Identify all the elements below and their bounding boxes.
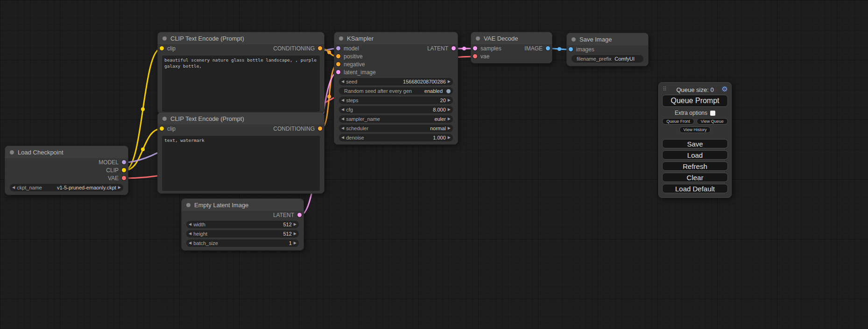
drag-handle-icon[interactable]: ⠿ — [663, 86, 667, 92]
collapse-dot-icon[interactable] — [186, 203, 191, 207]
input-slot-positive[interactable]: positive — [334, 52, 458, 60]
output-slot-conditioning[interactable]: CONDITIONING — [273, 44, 324, 52]
queue-front-button[interactable]: Queue Front — [662, 118, 694, 125]
decrement-arrow-icon[interactable]: ◀ — [12, 184, 15, 191]
clip-input-pin[interactable] — [160, 46, 164, 50]
extra-options-checkbox[interactable] — [710, 111, 715, 116]
decrement-arrow-icon[interactable]: ◀ — [341, 78, 344, 85]
increment-arrow-icon[interactable]: ▶ — [448, 125, 451, 132]
decrement-arrow-icon[interactable]: ◀ — [189, 230, 191, 238]
input-slot-images[interactable]: images — [567, 45, 648, 53]
widget-random-seed-toggle[interactable]: Random seed after every gen enabled — [339, 87, 453, 95]
latent-output-pin[interactable] — [452, 46, 456, 50]
output-slot-conditioning[interactable]: CONDITIONING — [273, 125, 324, 133]
increment-arrow-icon[interactable]: ▶ — [294, 239, 296, 247]
latent-input-pin[interactable] — [336, 70, 340, 74]
node-title-bar[interactable]: CLIP Text Encode (Prompt) — [158, 112, 324, 125]
collapse-dot-icon[interactable] — [162, 117, 167, 121]
toggle-knob[interactable] — [446, 89, 451, 93]
input-slot-vae[interactable]: vae — [471, 52, 552, 60]
output-slot-latent[interactable]: LATENT — [182, 211, 303, 219]
input-slot-clip[interactable]: clip — [158, 44, 176, 52]
widget-batch-size[interactable]: ◀ batch_size 1 ▶ — [186, 239, 299, 247]
refresh-button[interactable]: Refresh — [662, 161, 728, 171]
input-slot-latent-image[interactable]: latent_image — [334, 68, 458, 76]
model-input-pin[interactable] — [336, 46, 340, 50]
load-button[interactable]: Load — [662, 150, 728, 160]
decrement-arrow-icon[interactable]: ◀ — [189, 221, 191, 228]
widget-filename-prefix[interactable]: filename_prefix ComfyUI — [572, 55, 643, 63]
increment-arrow-icon[interactable]: ▶ — [448, 134, 451, 141]
node-graph-canvas[interactable]: { "icons": { "arrow_left": "◀", "arrow_r… — [0, 0, 868, 329]
positive-input-pin[interactable] — [336, 54, 340, 58]
widget-height[interactable]: ◀ height 512 ▶ — [186, 230, 299, 238]
input-slot-clip[interactable]: clip — [158, 125, 176, 133]
widget-steps[interactable]: ◀ steps 20 ▶ — [339, 97, 453, 104]
increment-arrow-icon[interactable]: ▶ — [118, 184, 121, 191]
node-title-bar[interactable]: VAE Decode — [471, 32, 552, 44]
increment-arrow-icon[interactable]: ▶ — [448, 106, 451, 113]
model-output-pin[interactable] — [122, 160, 126, 164]
save-button[interactable]: Save — [662, 139, 728, 148]
view-queue-button[interactable]: View Queue — [697, 118, 728, 125]
load-default-button[interactable]: Load Default — [662, 184, 728, 193]
node-empty-latent-image[interactable]: Empty Latent Image LATENT ◀ width 512 ▶ … — [181, 198, 304, 251]
input-slot-negative[interactable]: negative — [334, 60, 458, 68]
collapse-dot-icon[interactable] — [162, 36, 167, 41]
vae-input-pin[interactable] — [473, 54, 477, 58]
widget-width[interactable]: ◀ width 512 ▶ — [186, 221, 299, 228]
increment-arrow-icon[interactable]: ▶ — [448, 78, 451, 85]
view-history-button[interactable]: View History — [679, 126, 711, 133]
output-slot-image[interactable]: IMAGE — [524, 44, 552, 52]
clear-button[interactable]: Clear — [662, 173, 728, 182]
node-title-bar[interactable]: KSampler — [334, 32, 458, 44]
increment-arrow-icon[interactable]: ▶ — [294, 221, 296, 228]
prompt-text-input[interactable]: text, watermark — [162, 136, 320, 191]
latent-output-pin[interactable] — [297, 213, 302, 217]
node-title-bar[interactable]: CLIP Text Encode (Prompt) — [158, 32, 324, 44]
increment-arrow-icon[interactable]: ▶ — [294, 230, 296, 238]
widget-sampler-name[interactable]: ◀ sampler_name euler ▶ — [339, 115, 453, 123]
samples-input-pin[interactable] — [473, 46, 477, 50]
increment-arrow-icon[interactable]: ▶ — [448, 115, 451, 123]
clip-input-pin[interactable] — [160, 126, 164, 131]
prompt-text-input[interactable]: beautiful scenery nature glass bottle la… — [162, 56, 320, 112]
collapse-dot-icon[interactable] — [10, 150, 14, 154]
node-clip-text-encode-negative[interactable]: CLIP Text Encode (Prompt) clip CONDITION… — [157, 112, 325, 194]
settings-gear-icon[interactable]: ⚙ — [722, 85, 728, 93]
conditioning-output-pin[interactable] — [318, 46, 322, 50]
node-title-bar[interactable]: Load Checkpoint — [5, 146, 128, 158]
widget-scheduler[interactable]: ◀ scheduler normal ▶ — [339, 125, 453, 132]
node-title-bar[interactable]: Empty Latent Image — [182, 199, 303, 211]
decrement-arrow-icon[interactable]: ◀ — [341, 125, 344, 132]
negative-input-pin[interactable] — [336, 62, 340, 66]
decrement-arrow-icon[interactable]: ◀ — [341, 97, 344, 104]
node-vae-decode[interactable]: VAE Decode samples IMAGE vae — [471, 32, 552, 63]
widget-ckpt-name[interactable]: ◀ ckpt_name v1-5-pruned-emaonly.ckpt ▶ — [10, 184, 123, 191]
collapse-dot-icon[interactable] — [339, 36, 343, 41]
input-slot-samples[interactable]: samples — [471, 44, 501, 52]
decrement-arrow-icon[interactable]: ◀ — [341, 134, 344, 141]
node-title-bar[interactable]: Save Image — [567, 33, 648, 45]
collapse-dot-icon[interactable] — [572, 37, 576, 42]
vae-output-pin[interactable] — [122, 176, 126, 180]
node-clip-text-encode-positive[interactable]: CLIP Text Encode (Prompt) clip CONDITION… — [157, 32, 325, 114]
node-ksampler[interactable]: KSampler model positive negative latent_… — [334, 32, 458, 145]
collapse-dot-icon[interactable] — [476, 36, 480, 41]
image-output-pin[interactable] — [546, 46, 550, 50]
output-slot-latent[interactable]: LATENT — [427, 44, 458, 52]
output-slot-vae[interactable]: VAE — [5, 174, 128, 182]
increment-arrow-icon[interactable]: ▶ — [448, 97, 451, 104]
decrement-arrow-icon[interactable]: ◀ — [189, 239, 191, 247]
output-slot-model[interactable]: MODEL — [5, 158, 128, 166]
decrement-arrow-icon[interactable]: ◀ — [341, 115, 344, 123]
conditioning-output-pin[interactable] — [318, 126, 322, 131]
queue-prompt-button[interactable]: Queue Prompt — [662, 95, 728, 107]
images-input-pin[interactable] — [569, 47, 573, 51]
node-load-checkpoint[interactable]: Load Checkpoint MODEL CLIP VAE ◀ ckpt_na… — [5, 146, 128, 195]
output-slot-clip[interactable]: CLIP — [5, 166, 128, 174]
widget-cfg[interactable]: ◀ cfg 8.000 ▶ — [339, 106, 453, 113]
widget-seed[interactable]: ◀ seed 156680208700286 ▶ — [339, 78, 453, 85]
clip-output-pin[interactable] — [122, 168, 126, 172]
node-save-image[interactable]: Save Image images filename_prefix ComfyU… — [566, 33, 649, 66]
